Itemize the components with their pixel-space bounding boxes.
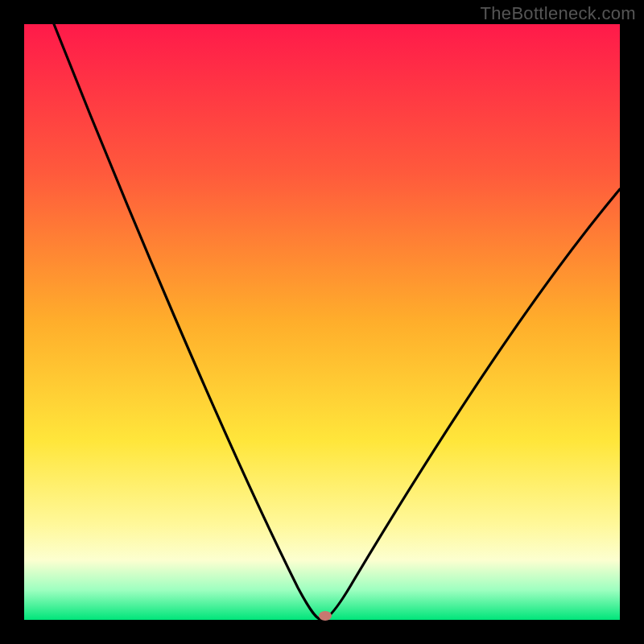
watermark-text: TheBottleneck.com (481, 3, 636, 24)
chart-frame: TheBottleneck.com (0, 0, 644, 644)
curve-svg (24, 24, 620, 620)
plot-area (24, 24, 620, 620)
bottleneck-curve-path (54, 24, 620, 620)
optimal-point-marker (319, 611, 332, 621)
